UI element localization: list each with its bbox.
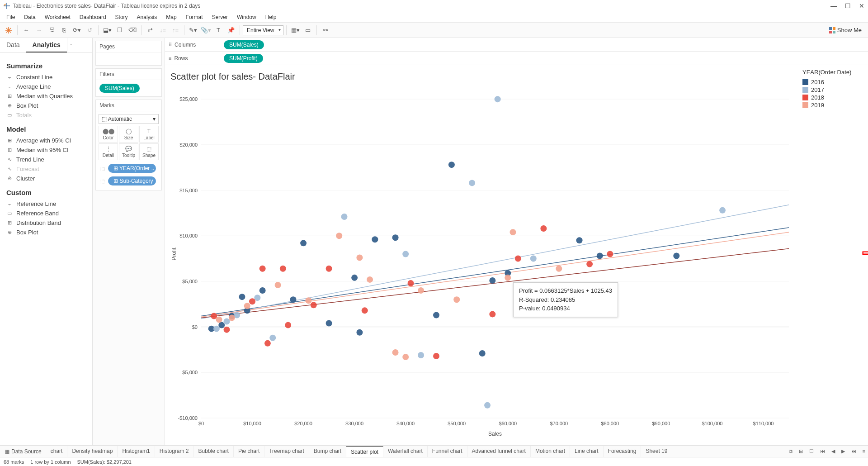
legend-item[interactable]: 2017 [802, 86, 863, 94]
scatter-plot[interactable]: -$10,000-$5,000$0$5,000$10,000$15,000$20… [170, 86, 793, 438]
marks-color[interactable]: ⬤⬤Color [99, 126, 118, 143]
sheet-tab[interactable]: Advanced funnel chart [467, 446, 531, 457]
analytics-item[interactable]: ⫟Average Line [6, 82, 86, 91]
analytics-item[interactable]: ⊞Average with 95% CI [6, 136, 86, 145]
tabs-last-button[interactable]: ⏭ [849, 447, 859, 456]
clear-button[interactable]: ⌫ [127, 24, 138, 36]
sort-desc-button[interactable]: ↑≡ [170, 24, 181, 36]
rows-shelf[interactable]: ≡Rows SUM(Profit) [165, 52, 868, 65]
refresh-button[interactable]: ⟳▾ [71, 24, 83, 36]
maximize-button[interactable]: ☐ [845, 2, 851, 10]
menu-map[interactable]: Map [162, 13, 180, 21]
highlight-button[interactable]: ✎▾ [187, 24, 199, 36]
data-source-tab[interactable]: ▦Data Source [0, 447, 46, 456]
tabs-menu-button[interactable]: ≡ [860, 447, 868, 456]
sheet-tab[interactable]: Pie chart [234, 446, 264, 457]
menu-file[interactable]: File [3, 13, 19, 21]
menu-window[interactable]: Window [233, 13, 260, 21]
forward-button[interactable]: → [33, 24, 45, 36]
duplicate-button[interactable]: ❐ [114, 24, 126, 36]
sheet-tab[interactable]: Treemap chart [264, 446, 309, 457]
marks-label[interactable]: TLabel [139, 126, 159, 143]
columns-pill[interactable]: SUM(Sales) [224, 40, 264, 49]
filters-shelf[interactable]: Filters SUM(Sales) [95, 68, 162, 97]
pages-shelf[interactable]: Pages [95, 41, 162, 66]
sheet-tab[interactable]: Waterfall chart [383, 446, 428, 457]
marks-detail[interactable]: ⋮Detail [99, 143, 118, 160]
sheet-tab[interactable]: Bubble chart [193, 446, 233, 457]
menu-story[interactable]: Story [112, 13, 132, 21]
analytics-item[interactable]: ⊞Median with Quartiles [6, 91, 86, 101]
new-story-button[interactable]: ☐ [807, 447, 816, 456]
marks-pill[interactable]: ⊞ Sub-Category [108, 176, 156, 185]
legend-item[interactable]: 2018 [802, 94, 863, 101]
filter-pill[interactable]: SUM(Sales) [99, 84, 140, 93]
tableau-icon[interactable] [3, 24, 14, 36]
menu-format[interactable]: Format [182, 13, 207, 21]
marks-shape[interactable]: ⬚Shape [139, 143, 159, 160]
sheet-tab[interactable]: Funnel chart [428, 446, 467, 457]
menu-data[interactable]: Data [20, 13, 39, 21]
swap-button[interactable]: ⇄ [144, 24, 156, 36]
analytics-item[interactable]: ⊞Distribution Band [6, 218, 86, 228]
tab-data[interactable]: Data [0, 38, 26, 52]
analytics-item[interactable]: ∿Trend Line [6, 155, 86, 164]
marks-pill[interactable]: ⊞ YEAR(Order .. [108, 164, 156, 173]
new-worksheet-button[interactable]: ⧉ [786, 447, 795, 456]
group-button[interactable]: 📎▾ [200, 24, 212, 36]
minimize-button[interactable]: — [830, 2, 837, 10]
marks-type-dropdown[interactable]: ⬚ Automatic▾ [99, 114, 159, 124]
sheet-tab[interactable]: Histogram1 [118, 446, 155, 457]
save-button[interactable]: 🖫 [46, 24, 57, 36]
analytics-item[interactable]: ⫟Constant Line [6, 72, 86, 82]
sort-asc-button[interactable]: ↓≡ [157, 24, 169, 36]
analytics-item[interactable]: ⊕Box Plot [6, 101, 86, 110]
sheet-tab[interactable]: Motion chart [531, 446, 570, 457]
columns-shelf[interactable]: ⅲColumns SUM(Sales) [165, 38, 868, 52]
pin-button[interactable]: 📌 [225, 24, 237, 36]
menu-dashboard[interactable]: Dashboard [76, 13, 110, 21]
chart-area[interactable]: Scatter plot for sales- DataFlair -$10,0… [165, 65, 798, 445]
new-data-button[interactable]: ⎘ [58, 24, 70, 36]
new-sheet-button[interactable]: ⬓▾ [101, 24, 113, 36]
tabs-prev-button[interactable]: ◀ [829, 447, 838, 456]
tabs-next-button[interactable]: ▶ [839, 447, 848, 456]
tab-analytics[interactable]: Analytics [26, 38, 67, 52]
sheet-tab[interactable]: Scatter plot [346, 446, 383, 457]
fit-dropdown[interactable]: Entire View [243, 25, 283, 35]
menu-help[interactable]: Help [262, 13, 280, 21]
analytics-item[interactable]: ⊞Median with 95% CI [6, 145, 86, 155]
new-dashboard-button[interactable]: ⊞ [796, 447, 806, 456]
analytics-item[interactable]: ⫟Reference Line [6, 199, 86, 209]
menu-analysis[interactable]: Analysis [133, 13, 161, 21]
legend-item[interactable]: 2016 [802, 78, 863, 86]
tabs-first-button[interactable]: ⏮ [817, 447, 828, 456]
sheet-tab[interactable]: Forecasting [604, 446, 642, 457]
menu-server[interactable]: Server [208, 13, 231, 21]
share-button[interactable]: ⚯ [320, 24, 331, 36]
rows-pill[interactable]: SUM(Profit) [224, 54, 263, 63]
analytics-item[interactable]: ▭Reference Band [6, 209, 86, 218]
sheet-tab[interactable]: Histogram 2 [155, 446, 194, 457]
menu-worksheet[interactable]: Worksheet [41, 13, 74, 21]
analytics-item[interactable]: ▭Totals [6, 110, 86, 120]
present-button[interactable]: ▭ [302, 24, 314, 36]
sheet-tab[interactable]: Line chart [570, 446, 604, 457]
sheet-tab[interactable]: chart [46, 446, 68, 457]
analytics-item[interactable]: ⊕Box Plot [6, 228, 86, 237]
sheet-tab[interactable]: Sheet 19 [641, 446, 672, 457]
undo-button[interactable]: ↺ [84, 24, 95, 36]
label-button[interactable]: T [212, 24, 224, 36]
cards-button[interactable]: ▦▾ [289, 24, 301, 36]
analytics-item[interactable]: ∿Forecast [6, 164, 86, 174]
analytics-item[interactable]: ※Cluster [6, 174, 86, 183]
sheet-tab[interactable]: Bump chart [309, 446, 346, 457]
marks-tooltip[interactable]: 💬Tooltip [119, 143, 138, 160]
marks-size[interactable]: ◯Size [119, 126, 138, 143]
legend-item[interactable]: 2019 [802, 101, 863, 109]
back-button[interactable]: ← [20, 24, 32, 36]
close-button[interactable]: ✕ [859, 2, 864, 10]
sheet-tab[interactable]: Density heatmap [67, 446, 118, 457]
search-icon[interactable]: ◦ [67, 38, 75, 52]
show-me-button[interactable]: Show Me [826, 25, 865, 35]
